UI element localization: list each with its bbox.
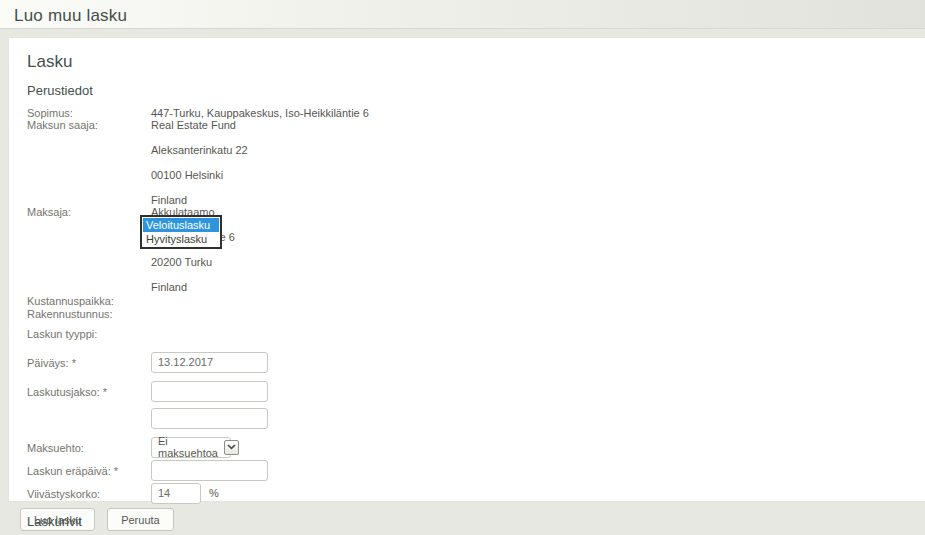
panel-heading: Lasku bbox=[27, 52, 915, 72]
dropdown-option-hyvityslasku[interactable]: Hyvityslasku bbox=[143, 232, 219, 246]
field-kustannuspaikka: Kustannuspaikka: bbox=[27, 295, 915, 307]
maksun-saaja-label: Maksun saaja: bbox=[27, 119, 151, 131]
maksuehto-selected-value: Ei maksuehtoa bbox=[158, 435, 218, 459]
percent-suffix: % bbox=[209, 483, 219, 499]
payer-line: Finland bbox=[151, 281, 187, 293]
laskutusjakso-end-input[interactable] bbox=[151, 408, 268, 429]
sopimus-value: 447-Turku, Kauppakeskus, Iso-Heikkilänti… bbox=[151, 107, 369, 119]
payee-line: 00100 Helsinki bbox=[151, 169, 223, 181]
laskun-tyyppi-open-dropdown: Veloituslasku Hyvityslasku bbox=[140, 215, 222, 249]
payee-line: Aleksanterinkatu 22 bbox=[151, 144, 248, 156]
maksun-saaja-value: Real Estate Fund Aleksanterinkatu 22 001… bbox=[151, 119, 248, 206]
page-title: Luo muu lasku bbox=[0, 0, 925, 26]
laskun-erapaiva-input[interactable] bbox=[151, 460, 268, 481]
field-paivays: Päiväys: * bbox=[27, 352, 915, 373]
field-sopimus: Sopimus: 447-Turku, Kauppakeskus, Iso-He… bbox=[27, 107, 915, 119]
maksuehto-label: Maksuehto: bbox=[27, 437, 151, 454]
payee-line: Finland bbox=[151, 194, 187, 206]
field-rakennustunnus: Rakennustunnus: bbox=[27, 308, 915, 320]
invoice-panel: Lasku Perustiedot Sopimus: 447-Turku, Ka… bbox=[8, 37, 925, 502]
laskutusjakso-start-input[interactable] bbox=[151, 381, 268, 402]
paivays-input[interactable] bbox=[151, 352, 268, 373]
laskutusjakso-label: Laskutusjakso: * bbox=[27, 381, 151, 398]
field-laskun-tyyppi: Laskun tyyppi: bbox=[27, 323, 915, 352]
sopimus-label: Sopimus: bbox=[27, 107, 151, 119]
laskutusjakso-inputs bbox=[151, 381, 268, 429]
dropdown-option-veloituslasku[interactable]: Veloituslasku bbox=[143, 218, 219, 232]
laskun-tyyppi-label: Laskun tyyppi: bbox=[27, 323, 151, 340]
payer-line: 20200 Turku bbox=[151, 256, 212, 268]
field-laskun-erapaiva: Laskun eräpäivä: * bbox=[27, 460, 915, 481]
kustannuspaikka-label: Kustannuspaikka: bbox=[27, 295, 151, 307]
payee-line: Real Estate Fund bbox=[151, 119, 236, 131]
field-viivastyskorko: Viivästyskorko: % bbox=[27, 483, 915, 504]
maksaja-label: Maksaja: bbox=[27, 206, 151, 218]
section-heading-perustiedot: Perustiedot bbox=[27, 83, 915, 98]
paivays-label: Päiväys: * bbox=[27, 352, 151, 369]
field-maksun-saaja: Maksun saaja: Real Estate Fund Aleksante… bbox=[27, 119, 915, 206]
field-maksuehto: Maksuehto: Ei maksuehtoa bbox=[27, 437, 915, 458]
chevron-down-icon[interactable] bbox=[224, 440, 239, 455]
maksuehto-select[interactable]: Ei maksuehtoa bbox=[151, 437, 231, 458]
viivastyskorko-input[interactable] bbox=[151, 483, 201, 504]
section-heading-laskurivit: Laskurivit bbox=[27, 514, 915, 529]
rakennustunnus-label: Rakennustunnus: bbox=[27, 308, 151, 320]
viivastyskorko-label: Viivästyskorko: bbox=[27, 483, 151, 500]
page-header: Luo muu lasku bbox=[0, 0, 925, 29]
field-laskutusjakso: Laskutusjakso: * bbox=[27, 381, 915, 429]
laskun-erapaiva-label: Laskun eräpäivä: * bbox=[27, 460, 151, 477]
